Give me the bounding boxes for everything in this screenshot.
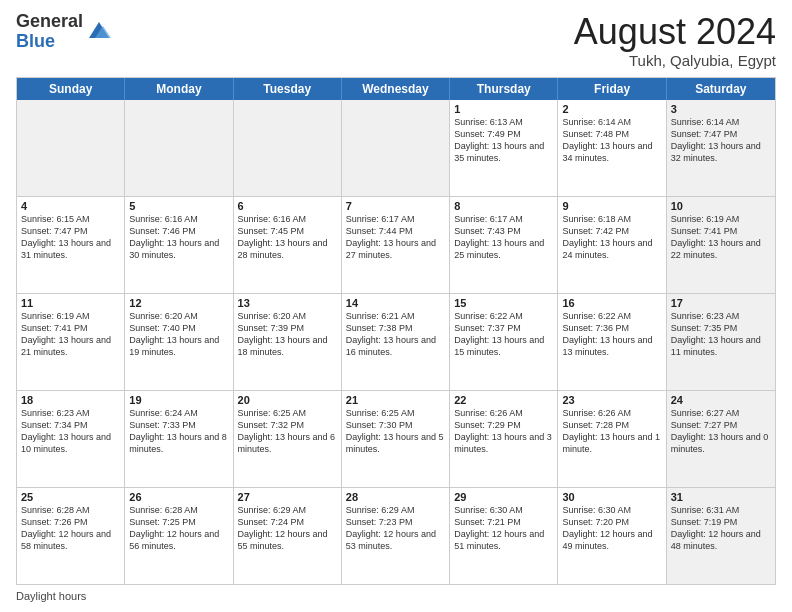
day-details: Sunrise: 6:26 AM Sunset: 7:28 PM Dayligh… — [562, 407, 661, 456]
calendar-header: SundayMondayTuesdayWednesdayThursdayFrid… — [17, 78, 775, 100]
calendar-day-cell: 24Sunrise: 6:27 AM Sunset: 7:27 PM Dayli… — [667, 391, 775, 487]
calendar-day-cell: 12Sunrise: 6:20 AM Sunset: 7:40 PM Dayli… — [125, 294, 233, 390]
day-details: Sunrise: 6:31 AM Sunset: 7:19 PM Dayligh… — [671, 504, 771, 553]
calendar-header-cell: Thursday — [450, 78, 558, 100]
calendar-header-cell: Saturday — [667, 78, 775, 100]
day-number: 8 — [454, 200, 553, 212]
day-details: Sunrise: 6:22 AM Sunset: 7:36 PM Dayligh… — [562, 310, 661, 359]
calendar-day-cell — [17, 100, 125, 196]
logo-text: General Blue — [16, 12, 83, 52]
day-number: 24 — [671, 394, 771, 406]
day-details: Sunrise: 6:16 AM Sunset: 7:45 PM Dayligh… — [238, 213, 337, 262]
day-number: 27 — [238, 491, 337, 503]
calendar-day-cell: 7Sunrise: 6:17 AM Sunset: 7:44 PM Daylig… — [342, 197, 450, 293]
calendar-header-cell: Wednesday — [342, 78, 450, 100]
calendar-header-cell: Monday — [125, 78, 233, 100]
calendar-day-cell: 17Sunrise: 6:23 AM Sunset: 7:35 PM Dayli… — [667, 294, 775, 390]
page: General Blue August 2024 Tukh, Qalyubia,… — [0, 0, 792, 612]
day-number: 29 — [454, 491, 553, 503]
calendar-day-cell: 10Sunrise: 6:19 AM Sunset: 7:41 PM Dayli… — [667, 197, 775, 293]
calendar-day-cell: 20Sunrise: 6:25 AM Sunset: 7:32 PM Dayli… — [234, 391, 342, 487]
calendar-day-cell: 1Sunrise: 6:13 AM Sunset: 7:49 PM Daylig… — [450, 100, 558, 196]
day-number: 23 — [562, 394, 661, 406]
calendar-week-row: 11Sunrise: 6:19 AM Sunset: 7:41 PM Dayli… — [17, 294, 775, 391]
day-number: 13 — [238, 297, 337, 309]
day-details: Sunrise: 6:29 AM Sunset: 7:23 PM Dayligh… — [346, 504, 445, 553]
day-number: 14 — [346, 297, 445, 309]
day-details: Sunrise: 6:14 AM Sunset: 7:47 PM Dayligh… — [671, 116, 771, 165]
footer: Daylight hours — [16, 590, 776, 602]
calendar-day-cell: 13Sunrise: 6:20 AM Sunset: 7:39 PM Dayli… — [234, 294, 342, 390]
day-details: Sunrise: 6:25 AM Sunset: 7:30 PM Dayligh… — [346, 407, 445, 456]
day-number: 10 — [671, 200, 771, 212]
calendar-day-cell: 6Sunrise: 6:16 AM Sunset: 7:45 PM Daylig… — [234, 197, 342, 293]
day-details: Sunrise: 6:27 AM Sunset: 7:27 PM Dayligh… — [671, 407, 771, 456]
day-number: 3 — [671, 103, 771, 115]
day-number: 31 — [671, 491, 771, 503]
day-details: Sunrise: 6:28 AM Sunset: 7:25 PM Dayligh… — [129, 504, 228, 553]
calendar-body: 1Sunrise: 6:13 AM Sunset: 7:49 PM Daylig… — [17, 100, 775, 584]
calendar-day-cell: 2Sunrise: 6:14 AM Sunset: 7:48 PM Daylig… — [558, 100, 666, 196]
day-number: 16 — [562, 297, 661, 309]
day-number: 20 — [238, 394, 337, 406]
calendar-day-cell: 29Sunrise: 6:30 AM Sunset: 7:21 PM Dayli… — [450, 488, 558, 584]
subtitle: Tukh, Qalyubia, Egypt — [574, 52, 776, 69]
calendar-day-cell — [342, 100, 450, 196]
day-number: 15 — [454, 297, 553, 309]
calendar-day-cell — [234, 100, 342, 196]
title-block: August 2024 Tukh, Qalyubia, Egypt — [574, 12, 776, 69]
day-details: Sunrise: 6:17 AM Sunset: 7:43 PM Dayligh… — [454, 213, 553, 262]
day-number: 4 — [21, 200, 120, 212]
day-details: Sunrise: 6:25 AM Sunset: 7:32 PM Dayligh… — [238, 407, 337, 456]
calendar-day-cell: 9Sunrise: 6:18 AM Sunset: 7:42 PM Daylig… — [558, 197, 666, 293]
day-number: 18 — [21, 394, 120, 406]
day-number: 30 — [562, 491, 661, 503]
day-number: 7 — [346, 200, 445, 212]
calendar-day-cell: 11Sunrise: 6:19 AM Sunset: 7:41 PM Dayli… — [17, 294, 125, 390]
day-number: 9 — [562, 200, 661, 212]
calendar-day-cell: 4Sunrise: 6:15 AM Sunset: 7:47 PM Daylig… — [17, 197, 125, 293]
day-details: Sunrise: 6:22 AM Sunset: 7:37 PM Dayligh… — [454, 310, 553, 359]
calendar-day-cell: 23Sunrise: 6:26 AM Sunset: 7:28 PM Dayli… — [558, 391, 666, 487]
day-details: Sunrise: 6:23 AM Sunset: 7:34 PM Dayligh… — [21, 407, 120, 456]
calendar-day-cell: 30Sunrise: 6:30 AM Sunset: 7:20 PM Dayli… — [558, 488, 666, 584]
calendar-day-cell: 31Sunrise: 6:31 AM Sunset: 7:19 PM Dayli… — [667, 488, 775, 584]
calendar-day-cell: 28Sunrise: 6:29 AM Sunset: 7:23 PM Dayli… — [342, 488, 450, 584]
main-title: August 2024 — [574, 12, 776, 52]
day-details: Sunrise: 6:24 AM Sunset: 7:33 PM Dayligh… — [129, 407, 228, 456]
calendar-day-cell: 3Sunrise: 6:14 AM Sunset: 7:47 PM Daylig… — [667, 100, 775, 196]
calendar-day-cell: 25Sunrise: 6:28 AM Sunset: 7:26 PM Dayli… — [17, 488, 125, 584]
logo: General Blue — [16, 12, 113, 52]
calendar-week-row: 4Sunrise: 6:15 AM Sunset: 7:47 PM Daylig… — [17, 197, 775, 294]
calendar-day-cell: 19Sunrise: 6:24 AM Sunset: 7:33 PM Dayli… — [125, 391, 233, 487]
day-details: Sunrise: 6:20 AM Sunset: 7:40 PM Dayligh… — [129, 310, 228, 359]
day-details: Sunrise: 6:19 AM Sunset: 7:41 PM Dayligh… — [671, 213, 771, 262]
calendar-week-row: 25Sunrise: 6:28 AM Sunset: 7:26 PM Dayli… — [17, 488, 775, 584]
calendar-day-cell: 15Sunrise: 6:22 AM Sunset: 7:37 PM Dayli… — [450, 294, 558, 390]
calendar-day-cell: 14Sunrise: 6:21 AM Sunset: 7:38 PM Dayli… — [342, 294, 450, 390]
calendar-header-cell: Sunday — [17, 78, 125, 100]
calendar-week-row: 1Sunrise: 6:13 AM Sunset: 7:49 PM Daylig… — [17, 100, 775, 197]
day-number: 1 — [454, 103, 553, 115]
day-number: 22 — [454, 394, 553, 406]
day-details: Sunrise: 6:16 AM Sunset: 7:46 PM Dayligh… — [129, 213, 228, 262]
day-number: 26 — [129, 491, 228, 503]
day-details: Sunrise: 6:30 AM Sunset: 7:21 PM Dayligh… — [454, 504, 553, 553]
day-number: 12 — [129, 297, 228, 309]
day-details: Sunrise: 6:13 AM Sunset: 7:49 PM Dayligh… — [454, 116, 553, 165]
calendar-day-cell: 18Sunrise: 6:23 AM Sunset: 7:34 PM Dayli… — [17, 391, 125, 487]
day-number: 6 — [238, 200, 337, 212]
day-number: 21 — [346, 394, 445, 406]
calendar-header-cell: Friday — [558, 78, 666, 100]
calendar: SundayMondayTuesdayWednesdayThursdayFrid… — [16, 77, 776, 585]
calendar-day-cell: 22Sunrise: 6:26 AM Sunset: 7:29 PM Dayli… — [450, 391, 558, 487]
day-details: Sunrise: 6:20 AM Sunset: 7:39 PM Dayligh… — [238, 310, 337, 359]
logo-general: General — [16, 12, 83, 32]
day-details: Sunrise: 6:26 AM Sunset: 7:29 PM Dayligh… — [454, 407, 553, 456]
calendar-day-cell: 16Sunrise: 6:22 AM Sunset: 7:36 PM Dayli… — [558, 294, 666, 390]
calendar-day-cell — [125, 100, 233, 196]
logo-blue: Blue — [16, 32, 83, 52]
calendar-day-cell: 5Sunrise: 6:16 AM Sunset: 7:46 PM Daylig… — [125, 197, 233, 293]
day-details: Sunrise: 6:18 AM Sunset: 7:42 PM Dayligh… — [562, 213, 661, 262]
calendar-day-cell: 8Sunrise: 6:17 AM Sunset: 7:43 PM Daylig… — [450, 197, 558, 293]
